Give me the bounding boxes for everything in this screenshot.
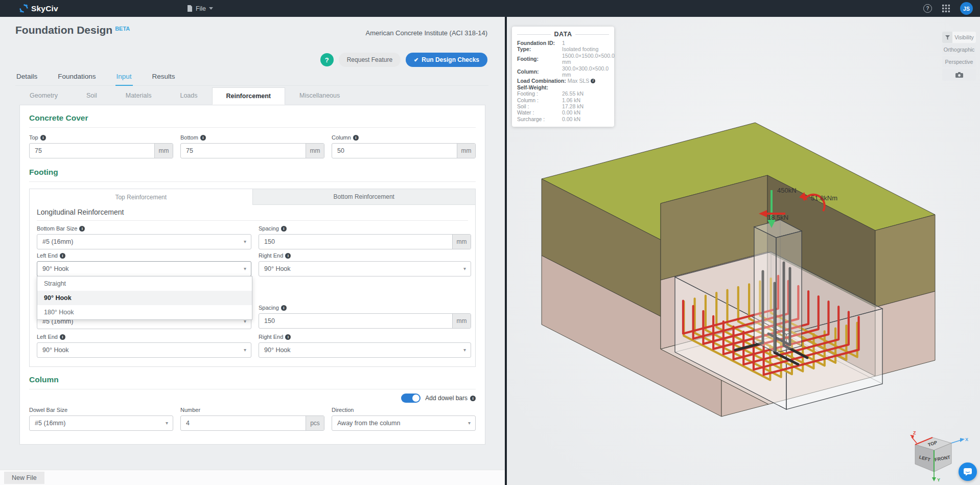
visibility-button[interactable]: Visibility <box>942 32 976 43</box>
tab-soil[interactable]: Soil <box>72 87 111 104</box>
info-icon[interactable] <box>60 334 65 340</box>
file-menu[interactable]: File <box>187 5 213 12</box>
left-end-label: Left End <box>37 252 251 259</box>
orthographic-button[interactable]: Orthographic <box>942 44 976 55</box>
perspective-button[interactable]: Perspective <box>942 56 976 67</box>
left-end2-select[interactable]: 90° Hook <box>37 342 251 358</box>
data-row: Foundation ID:1 <box>517 40 609 46</box>
camera-icon <box>955 72 963 78</box>
bottom-cover-input[interactable] <box>181 144 306 158</box>
tab-input[interactable]: Input <box>115 70 133 86</box>
form-panel: Foundation DesignBETA American Concrete … <box>0 17 505 485</box>
data-row: Footing:1500.0×1500.0×500.0 mm <box>517 53 609 65</box>
right-end-label: Right End <box>259 252 471 259</box>
skyciv-logo[interactable]: SkyCiv <box>19 4 58 13</box>
tab-results[interactable]: Results <box>151 70 176 85</box>
user-avatar[interactable]: JS <box>960 2 973 15</box>
bottom-bar-size-select[interactable]: #5 (16mm) <box>37 234 251 249</box>
option-90-hook[interactable]: 90° Hook <box>37 291 252 305</box>
run-design-checks-button[interactable]: Run Design Checks <box>406 53 487 67</box>
info-icon[interactable] <box>470 396 476 401</box>
dowel-bar-size-label: Dowel Bar Size <box>29 407 173 413</box>
right-end2-select[interactable]: 90° Hook <box>259 342 471 358</box>
info-icon[interactable] <box>285 334 291 340</box>
direction-select[interactable]: Away from the column <box>332 415 476 431</box>
file-icon <box>187 5 193 12</box>
tab-geometry[interactable]: Geometry <box>15 87 72 104</box>
info-icon[interactable] <box>353 135 359 141</box>
screenshot-button[interactable] <box>942 68 976 81</box>
column-cover-field: mm <box>332 143 476 158</box>
spacing2-input[interactable] <box>259 314 452 328</box>
direction-label: Direction <box>332 407 476 413</box>
info-icon[interactable] <box>40 135 46 141</box>
tab-top-reinforcement[interactable]: Top Reinforcement <box>30 189 252 205</box>
data-row: Water :0.00 kN <box>517 109 609 116</box>
option-straight[interactable]: Straight <box>37 276 252 291</box>
column-cover-input[interactable] <box>332 144 457 158</box>
horizontal-load-label: 18.5kN <box>767 214 788 221</box>
apps-grid-icon[interactable] <box>942 5 950 12</box>
data-row: Surcharge :0.00 kN <box>517 116 609 122</box>
left-end-select[interactable]: 90° Hook <box>37 261 251 276</box>
foundation-3d-view[interactable]: 450kN 51.8kNm 18.5kN <box>531 92 940 440</box>
tab-foundations[interactable]: Foundations <box>57 70 97 85</box>
left-end2-label: Left End <box>37 334 251 340</box>
spacing-field: mm <box>259 234 471 249</box>
option-180-hook[interactable]: 180° Hook <box>37 305 252 319</box>
dowel-bar-size-select[interactable]: #5 (16mm) <box>29 415 173 431</box>
right-end2-label: Right End <box>259 334 471 340</box>
info-icon[interactable] <box>60 253 65 259</box>
column-box <box>754 220 802 353</box>
tab-materials[interactable]: Materials <box>111 87 166 104</box>
tab-details[interactable]: Details <box>15 70 38 85</box>
z-axis-label: Z <box>913 430 916 435</box>
data-row: Footing :26.55 kN <box>517 90 609 97</box>
help-icon[interactable]: ? <box>923 4 932 13</box>
moment-label: 51.8kNm <box>811 194 837 202</box>
top-cover-unit: mm <box>154 144 173 158</box>
spacing-input[interactable] <box>259 235 452 249</box>
bottom-file-bar: New File <box>0 470 505 485</box>
number-input[interactable] <box>181 416 306 430</box>
info-icon[interactable] <box>591 79 595 83</box>
new-file-tab[interactable]: New File <box>4 472 44 484</box>
chat-icon <box>963 468 972 476</box>
bottom-cover-label: Bottom <box>180 134 324 141</box>
data-row: Soil :17.28 kN <box>517 103 609 109</box>
left-end-dropdown-menu: Straight 90° Hook 180° Hook <box>37 276 252 320</box>
chevron-down-icon <box>209 7 213 10</box>
bottom-cover-unit: mm <box>306 144 324 158</box>
filter-icon <box>942 32 952 43</box>
footing-reinforcement-box: Top Reinforcement Bottom Reinforcement L… <box>29 189 476 367</box>
brand-name: SkyCiv <box>31 4 58 13</box>
right-end-select[interactable]: 90° Hook <box>259 261 471 276</box>
number-label: Number <box>180 407 324 413</box>
add-dowel-bars-toggle[interactable] <box>401 394 421 403</box>
viewer-panel[interactable]: DATA Foundation ID:1 Type:Isolated footi… <box>507 17 980 485</box>
data-row: Load Combination:Max SLS <box>517 78 609 84</box>
top-cover-input[interactable] <box>30 144 154 158</box>
bottom-bar-size-label: Bottom Bar Size <box>37 225 251 232</box>
info-icon[interactable] <box>200 135 206 141</box>
vertical-load-label: 450kN <box>777 187 797 194</box>
info-icon[interactable] <box>281 226 287 232</box>
tab-loads[interactable]: Loads <box>166 87 212 104</box>
data-row: Type:Isolated footing <box>517 46 609 52</box>
info-icon[interactable] <box>79 226 85 232</box>
tab-reinforcement[interactable]: Reinforcement <box>212 87 286 105</box>
tab-miscellaneous[interactable]: Miscellaneous <box>285 87 354 104</box>
request-feature-button[interactable]: Request Feature <box>339 53 401 67</box>
bottom-cover-field: mm <box>180 143 324 158</box>
chat-button[interactable] <box>959 463 977 481</box>
x-axis-label: X <box>965 437 968 442</box>
add-dowel-bars-label: Add dowel bars <box>425 395 476 402</box>
tab-bottom-reinforcement[interactable]: Bottom Reinforcement <box>252 189 476 205</box>
info-icon[interactable] <box>285 253 291 259</box>
help-button[interactable]: ? <box>320 53 334 66</box>
top-cover-field: mm <box>29 143 173 158</box>
y-axis-label: Y <box>937 477 940 482</box>
info-icon[interactable] <box>281 305 287 311</box>
main-tabs: Details Foundations Input Results <box>15 70 488 86</box>
beta-badge: BETA <box>115 26 130 32</box>
